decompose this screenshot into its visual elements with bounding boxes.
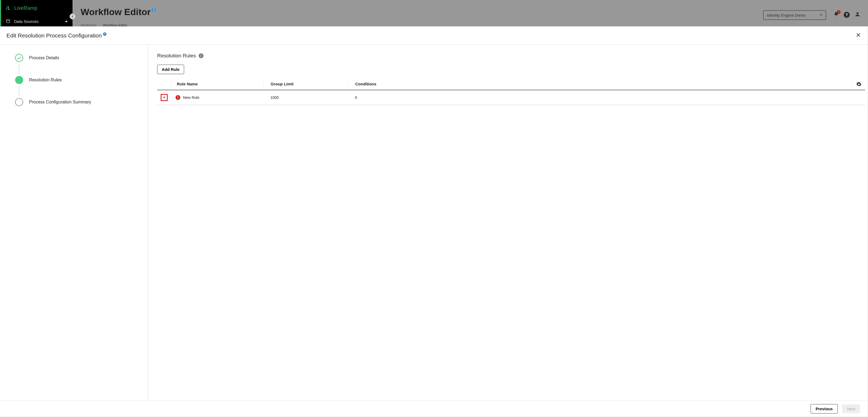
modal-header: Edit Resolution Process Configuration ? (0, 26, 434, 45)
page-title-text: Workflow Editor (81, 7, 151, 17)
section-title: Resolution Rules i (157, 53, 434, 59)
help-icon[interactable]: ? (152, 8, 156, 11)
step-process-summary[interactable]: Process Configuration Summary (15, 98, 148, 106)
step-complete-icon (15, 54, 23, 62)
add-rule-button[interactable]: Add Rule (157, 65, 184, 74)
sidebar-item-data-sources[interactable]: Data Sources (1, 16, 72, 26)
page-title: Workflow Editor ? (81, 7, 156, 17)
content-pane: Resolution Rules i Add Rule Rule Name Gr… (148, 45, 434, 208)
chevron-up-icon (65, 21, 68, 22)
conditions-value: 0 (348, 95, 434, 100)
step-process-details[interactable]: Process Details (15, 54, 148, 62)
page-header: Workflow Editor ? Workflows / Workflow E… (72, 0, 434, 26)
warning-icon: ! (176, 95, 180, 100)
brand-name: LiveRamp (14, 5, 37, 11)
info-icon[interactable]: i (199, 53, 204, 58)
col-group-limit[interactable]: Group Limit (264, 82, 348, 87)
step-label: Process Details (29, 56, 59, 60)
database-icon (6, 19, 10, 24)
modal: Edit Resolution Process Configuration ? … (0, 26, 434, 208)
table-header: Rule Name Group Limit Conditions (157, 79, 434, 90)
col-expand (157, 82, 171, 87)
modal-title: Edit Resolution Process Configuration ? (6, 32, 106, 39)
step-pending-icon (15, 98, 23, 106)
sidebar-item-label: Data Sources (14, 19, 38, 24)
group-limit-value: 1000 (264, 95, 348, 100)
svg-point-0 (6, 20, 10, 21)
step-connector (19, 86, 20, 96)
section-title-text: Resolution Rules (157, 53, 196, 59)
rule-name: New Rule (183, 95, 199, 100)
modal-title-text: Edit Resolution Process Configuration (6, 32, 102, 39)
table-row[interactable]: + ! New Rule 1000 0 (157, 90, 434, 105)
step-connector (19, 64, 20, 74)
brand-logo: /L (6, 5, 11, 11)
sidebar: /L LiveRamp Data Sources (0, 0, 72, 26)
step-label: Process Configuration Summary (29, 100, 91, 104)
help-icon[interactable]: ? (103, 32, 106, 36)
rules-table: Rule Name Group Limit Conditions + ! (157, 79, 434, 105)
brand: /L LiveRamp (1, 0, 72, 16)
steps-pane: Process Details Resolution Rules Process… (0, 45, 148, 208)
step-label: Resolution Rules (29, 77, 62, 83)
modal-body: Process Details Resolution Rules Process… (0, 45, 434, 208)
step-active-icon (15, 76, 23, 84)
expand-row-button[interactable]: + (161, 94, 168, 101)
col-conditions[interactable]: Conditions (348, 82, 434, 87)
plus-icon: + (163, 95, 166, 100)
col-rule-name[interactable]: Rule Name (171, 82, 264, 87)
step-resolution-rules[interactable]: Resolution Rules (15, 76, 148, 84)
